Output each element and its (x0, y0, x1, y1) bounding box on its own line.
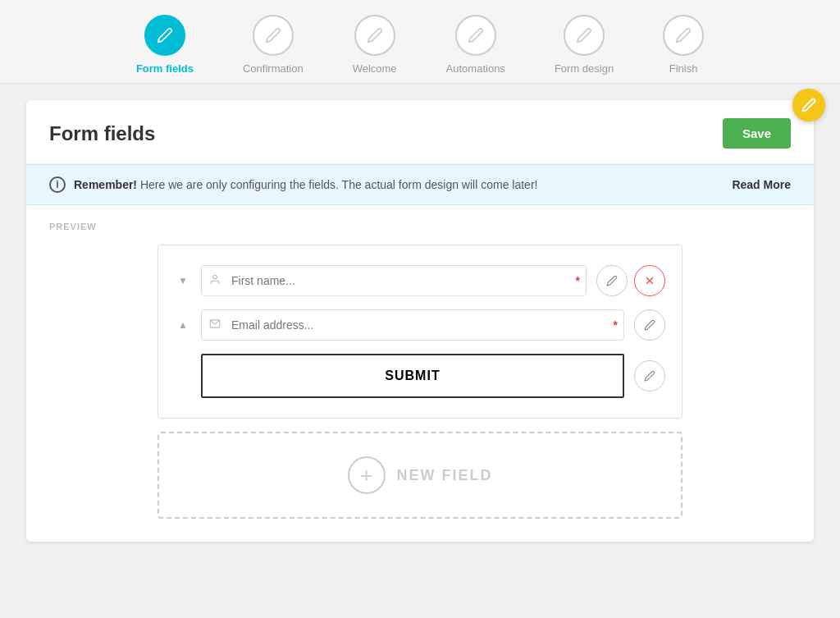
submit-button-preview[interactable]: SUBMIT (201, 354, 624, 398)
svg-point-0 (213, 275, 217, 279)
email-icon (209, 318, 221, 332)
first-name-actions (596, 265, 665, 296)
nav-step-finish[interactable]: Finish (663, 15, 704, 75)
arrow-controls-email: ▲ (175, 320, 191, 330)
email-actions (634, 309, 665, 341)
person-icon (209, 274, 221, 288)
table-row: ▲ * (175, 309, 665, 341)
required-indicator: * (614, 318, 618, 332)
move-down-arrow[interactable]: ▼ (178, 276, 188, 286)
plus-icon: + (348, 456, 386, 494)
main-card: Form fields Save i Remember! Here we are… (26, 100, 814, 542)
submit-field-row: SUBMIT (175, 354, 665, 398)
read-more-link[interactable]: Read More (732, 178, 791, 191)
submit-actions (634, 360, 665, 391)
required-indicator: * (576, 274, 580, 287)
table-row: ▼ * (175, 265, 665, 296)
email-input[interactable] (201, 309, 624, 341)
page-title: Form fields (49, 122, 155, 145)
step-circle-finish (663, 15, 704, 56)
step-circle-confirmation (253, 15, 294, 56)
nav-step-form-design[interactable]: Form design (555, 15, 614, 75)
step-circle-form-fields (144, 15, 185, 56)
step-circle-welcome (354, 15, 395, 56)
step-label-finish: Finish (669, 62, 698, 75)
new-field-button[interactable]: + NEW FIELD (158, 432, 682, 519)
edit-email-button[interactable] (634, 309, 665, 341)
edit-first-name-button[interactable] (596, 265, 628, 296)
email-input-wrapper: * (201, 309, 624, 341)
edit-submit-button[interactable] (634, 360, 665, 391)
nav-step-form-fields[interactable]: Form fields (136, 15, 194, 75)
card-header: Form fields Save (26, 100, 814, 164)
preview-section: PREVIEW ▼ (26, 205, 814, 542)
first-name-input-wrapper: * (201, 265, 587, 296)
info-icon: i (49, 176, 66, 193)
save-button[interactable]: Save (723, 118, 791, 149)
preview-label: PREVIEW (49, 222, 791, 231)
info-banner: i Remember! Here we are only configuring… (26, 164, 814, 205)
floating-edit-button[interactable] (792, 89, 825, 121)
step-circle-form-design (564, 15, 605, 56)
step-label-automations: Automations (446, 62, 505, 75)
step-label-form-fields: Form fields (136, 62, 194, 75)
move-up-arrow[interactable]: ▲ (178, 320, 188, 330)
form-preview: ▼ * (158, 245, 682, 419)
nav-step-welcome[interactable]: Welcome (353, 15, 397, 75)
step-circle-automations (455, 15, 496, 56)
info-banner-message: Remember! Here we are only configuring t… (74, 178, 537, 191)
arrow-controls-first-name: ▼ (175, 276, 191, 286)
step-label-confirmation: Confirmation (243, 62, 304, 75)
step-label-form-design: Form design (555, 62, 614, 75)
delete-first-name-button[interactable] (634, 265, 665, 296)
first-name-input[interactable] (201, 265, 587, 296)
info-banner-text: i Remember! Here we are only configuring… (49, 176, 537, 193)
new-field-label: NEW FIELD (397, 467, 493, 484)
nav-step-confirmation[interactable]: Confirmation (243, 15, 304, 75)
nav-step-automations[interactable]: Automations (446, 15, 505, 75)
step-navigation: Form fields Confirmation Welcome Automat… (0, 0, 840, 84)
main-content: Form fields Save i Remember! Here we are… (26, 100, 814, 542)
step-label-welcome: Welcome (353, 62, 397, 75)
